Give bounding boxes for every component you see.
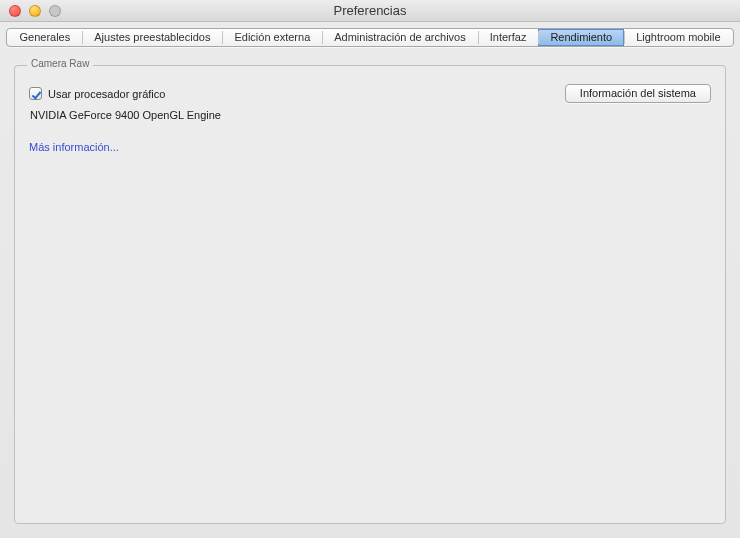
group-legend: Camera Raw [27,58,93,69]
tab-edicion-externa[interactable]: Edición externa [222,29,322,46]
tab-rendimiento[interactable]: Rendimiento [538,29,624,46]
close-icon[interactable] [9,5,21,17]
tab-bar: Generales Ajustes preestablecidos Edició… [6,28,733,47]
gpu-name: NVIDIA GeForce 9400 OpenGL Engine [29,109,711,121]
more-info-link[interactable]: Más información... [29,141,711,153]
tab-administracion-archivos[interactable]: Administración de archivos [322,29,477,46]
title-bar: Preferencias [0,0,740,22]
system-info-button[interactable]: Información del sistema [565,84,711,103]
window-title: Preferencias [0,3,740,18]
tab-generales[interactable]: Generales [7,29,82,46]
window-controls [0,5,61,17]
tab-lightroom-mobile[interactable]: Lightroom mobile [624,29,732,46]
zoom-icon[interactable] [49,5,61,17]
camera-raw-group: Camera Raw Usar procesador gráfico Infor… [14,65,726,524]
use-gpu-label: Usar procesador gráfico [48,88,165,100]
use-gpu-checkbox-row[interactable]: Usar procesador gráfico [29,87,165,100]
minimize-icon[interactable] [29,5,41,17]
use-gpu-checkbox[interactable] [29,87,42,100]
tab-interfaz[interactable]: Interfaz [478,29,539,46]
tab-ajustes-preestablecidos[interactable]: Ajustes preestablecidos [82,29,222,46]
